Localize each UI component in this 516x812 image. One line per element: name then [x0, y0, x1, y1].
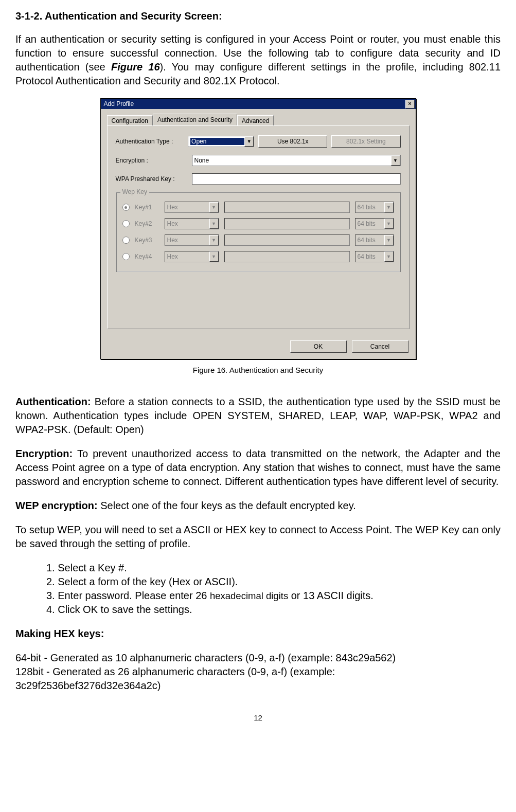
label-encryption-heading: Encryption: [15, 448, 73, 459]
select-key3-bits[interactable]: 64 bits▼ [355, 234, 394, 246]
chevron-down-icon: ▼ [209, 235, 219, 245]
page-number: 12 [15, 713, 501, 722]
section-heading: 3-1-2. Authentication and Security Scree… [15, 10, 501, 22]
dialog-body: Configuration Authentication and Securit… [101, 109, 416, 335]
key3-format-value: Hex [167, 237, 209, 244]
text-wep: Select one of the four keys as the defau… [98, 500, 356, 511]
radio-key2[interactable] [122, 220, 130, 227]
input-key3[interactable] [224, 234, 350, 246]
key4-format-value: Hex [167, 253, 209, 260]
dialog-titlebar: Add Profile × [101, 99, 416, 109]
label-key4: Key#4 [135, 253, 159, 260]
cancel-button[interactable]: Cancel [352, 340, 408, 353]
step-3-pre: 3. Enter password. Please enter 26 [46, 590, 210, 601]
para-encryption: Encryption: To prevent unauthorized acce… [15, 447, 501, 489]
chevron-down-icon: ▼ [384, 251, 394, 262]
wep-key-group: Wep Key Key#1 Hex▼ 64 bits▼ Key#2 Hex▼ 6… [116, 192, 401, 272]
tab-panel: Authentication Type : Open ▼ Use 802.1x … [107, 125, 410, 329]
key1-format-value: Hex [167, 204, 209, 211]
intro-paragraph: If an authentication or security setting… [15, 32, 501, 88]
radio-key3[interactable] [122, 237, 130, 244]
chevron-down-icon: ▼ [244, 136, 254, 147]
chevron-down-icon: ▼ [384, 235, 394, 245]
close-button[interactable]: × [405, 100, 415, 109]
label-wpa-psk: WPA Preshared Key : [116, 175, 188, 183]
wep-row-1: Key#1 Hex▼ 64 bits▼ [122, 202, 394, 213]
chevron-down-icon: ▼ [209, 251, 219, 262]
text-encryption: To prevent unauthorized access to data t… [15, 448, 501, 487]
para-wep-setup: To setup WEP, you will need to set a ASC… [15, 523, 501, 551]
label-key2: Key#2 [135, 220, 159, 227]
radio-key4[interactable] [122, 253, 130, 260]
select-key4-bits[interactable]: 64 bits▼ [355, 251, 394, 262]
hex-64bit: 64-bit - Generated as 10 alphanumeric ch… [15, 651, 501, 665]
select-auth-type-value: Open [190, 138, 244, 145]
label-key3: Key#3 [135, 237, 159, 244]
hex-128bit-a: 128bit - Generated as 26 alphanumeric ch… [15, 665, 501, 679]
radio-dot-icon [124, 206, 127, 209]
dialog-button-row: OK Cancel [101, 335, 416, 359]
figure-caption: Figure 16. Authentication and Security [15, 366, 501, 374]
dialog-title: Add Profile [104, 100, 405, 107]
step-3: 3. Enter password. Please enter 26 hexad… [46, 589, 501, 603]
input-wpa-psk[interactable] [192, 173, 401, 185]
label-wep-heading: WEP encryption: [15, 500, 98, 511]
tab-advanced[interactable]: Advanced [237, 115, 274, 126]
add-profile-dialog: Add Profile × Configuration Authenticati… [100, 98, 416, 359]
step-3-mid: hexadecimal digits [210, 590, 288, 601]
input-key1[interactable] [224, 202, 350, 213]
tab-strip: Configuration Authentication and Securit… [107, 114, 410, 125]
label-key1: Key#1 [135, 204, 159, 211]
key1-bits-value: 64 bits [358, 204, 384, 211]
wep-row-3: Key#3 Hex▼ 64 bits▼ [122, 234, 394, 246]
key3-bits-value: 64 bits [358, 237, 384, 244]
chevron-down-icon: ▼ [391, 155, 400, 166]
select-key2-bits[interactable]: 64 bits▼ [355, 218, 394, 229]
ok-button[interactable]: OK [290, 340, 347, 353]
select-key3-format[interactable]: Hex▼ [165, 234, 219, 246]
para-authentication: Authentication: Before a station connect… [15, 395, 501, 437]
key2-bits-value: 64 bits [358, 220, 384, 227]
chevron-down-icon: ▼ [209, 219, 219, 229]
step-3-post: or 13 ASCII digits. [288, 590, 373, 601]
para-wep: WEP encryption: Select one of the four k… [15, 499, 501, 513]
wep-row-4: Key#4 Hex▼ 64 bits▼ [122, 251, 394, 262]
input-key4[interactable] [224, 251, 350, 262]
step-2: 2. Select a form of the key (Hex or ASCI… [46, 575, 501, 589]
row-encryption: Encryption : None ▼ [116, 155, 401, 166]
chevron-down-icon: ▼ [209, 202, 219, 212]
wep-group-title: Wep Key [120, 188, 149, 195]
tab-auth-security[interactable]: Authentication and Security [153, 114, 237, 125]
label-auth-type: Authentication Type : [116, 138, 184, 145]
input-key2[interactable] [224, 218, 350, 229]
select-key2-format[interactable]: Hex▼ [165, 218, 219, 229]
use-8021x-button[interactable]: Use 802.1x [258, 135, 327, 148]
para-hex-heading: Making HEX keys: [15, 627, 501, 641]
select-auth-type[interactable]: Open ▼ [188, 136, 254, 147]
key2-format-value: Hex [167, 220, 209, 227]
select-encryption[interactable]: None ▼ [192, 155, 401, 166]
wep-row-2: Key#2 Hex▼ 64 bits▼ [122, 218, 394, 229]
label-encryption: Encryption : [116, 157, 188, 164]
chevron-down-icon: ▼ [384, 219, 394, 229]
label-authentication: Authentication: [15, 396, 91, 407]
select-key1-format[interactable]: Hex▼ [165, 202, 219, 213]
figure-reference: Figure 16 [111, 61, 160, 73]
row-auth-type: Authentication Type : Open ▼ Use 802.1x … [116, 135, 401, 148]
hex-128bit-b: 3c29f2536bef3276d32e364a2c) [15, 679, 501, 693]
select-key4-format[interactable]: Hex▼ [165, 251, 219, 262]
select-key1-bits[interactable]: 64 bits▼ [355, 202, 394, 213]
step-4: 4. Click OK to save the settings. [46, 603, 501, 617]
key4-bits-value: 64 bits [358, 253, 384, 260]
wep-steps: 1. Select a Key #. 2. Select a form of t… [46, 561, 501, 617]
label-hex-keys: Making HEX keys: [15, 628, 104, 639]
row-wpa-psk: WPA Preshared Key : [116, 173, 401, 185]
8021x-setting-button[interactable]: 802.1x Setting [331, 135, 400, 148]
radio-key1[interactable] [122, 204, 130, 211]
figure-container: Add Profile × Configuration Authenticati… [15, 98, 501, 359]
chevron-down-icon: ▼ [384, 202, 394, 212]
tab-configuration[interactable]: Configuration [107, 115, 153, 126]
step-1: 1. Select a Key #. [46, 561, 501, 575]
select-encryption-value: None [194, 157, 391, 164]
